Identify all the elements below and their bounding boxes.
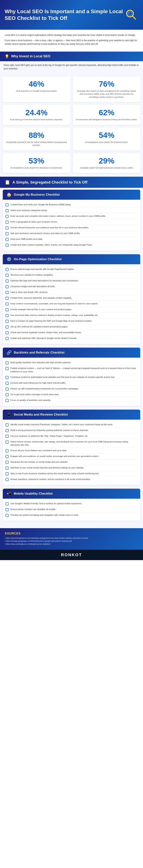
stat-card-1: 76% of people who search on their smartp… [73,76,140,102]
checkbox[interactable] [6,435,8,438]
stat-card-2: 24.4% of all clicks go to the first resu… [3,105,70,125]
checkbox[interactable] [6,367,8,370]
list-item: Try to get local online coverage on loca… [6,392,137,398]
checkbox[interactable] [6,297,8,300]
checkbox[interactable] [6,238,8,241]
checkbox[interactable] [6,388,8,391]
mobile-icon: 📲 [6,491,11,496]
backlinks-icon: 🔗 [6,350,11,355]
checkbox[interactable] [6,204,8,206]
checkbox[interactable] [6,361,8,364]
why-invest-title: Why Invest in Local SEO [11,54,50,58]
checkbox[interactable] [6,308,8,311]
checklist-item-text: Create and submit an XML sitemap to Goog… [10,337,77,340]
checkbox[interactable] [6,478,8,481]
checkbox[interactable] [6,399,8,402]
checklist-item-text: Answer questions, respond to reviews, an… [10,478,91,481]
checklist-item-text: Structure your website for intuitive nav… [10,273,54,277]
checkbox[interactable] [6,376,8,379]
list-item: Publish localized content — such as 'bes… [6,366,137,374]
checkbox[interactable] [6,303,8,306]
list-item: Use structured data schema markup to dis… [6,313,137,318]
checkbox[interactable] [6,441,8,443]
backlinks-body: Build quality backlinks from websites wi… [3,358,140,406]
checkbox[interactable] [6,226,8,229]
checkbox[interactable] [6,314,8,317]
checkbox[interactable] [6,331,8,334]
checklist-section: 🏠 Google My Business Checklist Create/Cl… [0,188,143,528]
checklist-card-onpage: ⚙️ On-Page Optimization Checklist Ensure… [3,254,140,344]
checklist-item-text: Stay on top of your business mentions ac… [10,472,99,475]
checklist-item-text: Select your business categories wisely. [10,209,47,212]
checkbox[interactable] [6,461,8,464]
onpage-icon: ⚙️ [6,257,11,262]
source-link-2: • https://www.rankingbysei.com/blog/loca… [5,543,138,545]
checkbox[interactable] [6,337,8,340]
checklist-banner-text: A Simple, Segregated Checklist to Tick O… [12,180,87,184]
checklist-item-text: List your business on platforms like Yel… [10,434,88,438]
checklist-item-text: Partner up with complementary businesses… [10,387,79,390]
checkbox[interactable] [6,232,8,235]
checkbox[interactable] [6,221,8,224]
checklist-item-text: Enter a geographical radius your busines… [10,220,58,223]
checkbox[interactable] [6,429,8,432]
checklist-item-text: Prioritize all content formatting and na… [10,514,79,517]
why-banner-icon: 💡 [5,54,9,59]
checkbox[interactable] [6,514,8,517]
checkbox[interactable] [6,215,8,218]
stat-number-1: 76% [76,80,138,88]
checklist-item-text: Compress images and add descriptive alt … [10,285,55,288]
list-item: Showcase the top reviews on social media… [6,459,137,465]
stat-card-3: 62% of consumers will disregard a busine… [73,105,140,125]
list-item: Partner up with complementary businesses… [6,386,137,392]
list-item: Connect with local influencers for high … [6,380,137,386]
list-item: Stay on top of your business mentions ac… [6,471,137,476]
checkbox[interactable] [6,274,8,277]
page-header: Why Local SEO Is Important and a Simple … [0,0,143,30]
checklist-item-text: Contribute content to authoritative loca… [10,376,115,379]
list-item: Select your business categories wisely. [6,208,137,213]
intro-section: Local SEO is a search engine optimizatio… [0,30,143,52]
gmb-icon: 🏠 [6,192,11,197]
stat-desc-6: of smartphone users search for direction… [6,166,67,169]
checkbox[interactable] [6,209,8,212]
checkbox[interactable] [6,508,8,511]
checkbox[interactable] [6,423,8,426]
checkbox[interactable] [6,449,8,452]
checkbox[interactable] [6,244,8,247]
checkbox[interactable] [6,467,8,469]
stat-desc-7: of people search for local businesses at… [76,166,138,169]
stat-card-7: 29% of people search for local businesse… [73,153,140,173]
checklist-item-text: Showcase the top reviews on social media… [10,460,68,464]
list-item: Add your business's and products' photos… [6,231,137,237]
checklist-card-mobile: 📲 Mobile Usability Checklist Use Google'… [3,489,140,521]
stat-desc-2: of all clicks go to the first result of … [6,118,67,121]
list-item: Enter accurate and complete information … [6,213,137,219]
list-item: Create/Claim and verify your Google My B… [6,202,137,208]
checkbox[interactable] [6,472,8,475]
checkbox[interactable] [6,291,8,294]
list-item: Add links to your social media channels … [6,465,137,471]
source-link-0: • https://searchengineland.com/marketing… [5,537,138,539]
stat-desc-5: of smartphone users search for business … [76,141,138,144]
checkbox[interactable] [6,502,8,505]
stat-number-5: 54% [76,131,138,139]
checkbox[interactable] [6,268,8,271]
stat-number-7: 29% [76,157,138,165]
checklist-item-text: Focus on quality of backlinks over quant… [10,399,51,402]
list-item: Include relevant keywords your audience … [6,225,137,231]
checkbox[interactable] [6,393,8,396]
checklist-header-backlinks: 🔗 Backlinks and Referrals Checklist [3,348,140,358]
list-item: Build a strong presence by frequently po… [6,428,137,433]
checkbox[interactable] [6,326,8,329]
checkbox[interactable] [6,279,8,282]
list-item: Solicit honest reviews, testimonials, st… [6,439,137,448]
checkbox[interactable] [6,285,8,288]
list-item: Compress images and add descriptive alt … [6,284,137,289]
list-item: Keep content conversational, scannable, … [6,301,137,307]
page-footer: RONKOT [0,550,143,560]
checkbox[interactable] [6,382,8,385]
checkbox[interactable] [6,455,8,458]
stat-card-0: 46% of all searches on Google include lo… [3,76,70,102]
checkbox[interactable] [6,320,8,323]
